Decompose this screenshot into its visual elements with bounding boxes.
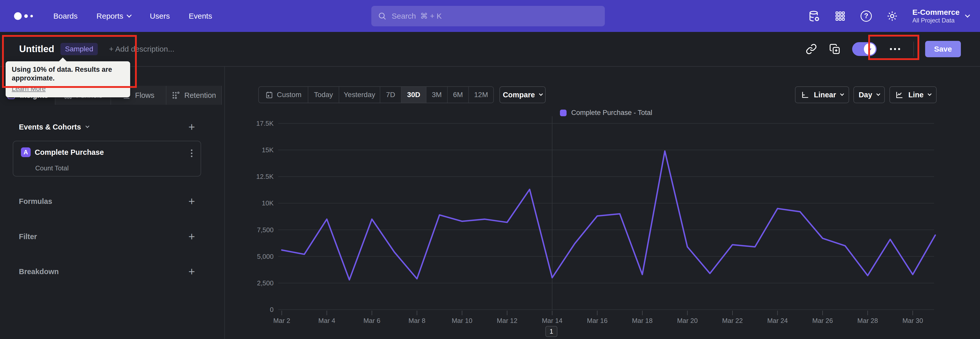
svg-text:7,500: 7,500 xyxy=(257,226,274,234)
add-description[interactable]: + Add description... xyxy=(109,45,174,53)
mixpanel-logo-icon[interactable] xyxy=(14,12,33,20)
series-letter-badge: A xyxy=(21,147,30,157)
lightning-bolt-icon xyxy=(866,46,873,52)
chevron-down-icon[interactable] xyxy=(86,124,89,128)
section-label: Filter xyxy=(19,232,37,241)
section-label: Formulas xyxy=(19,197,52,206)
query-sidebar: Insights Funnels Flows xyxy=(0,67,225,339)
top-navbar: Boards Reports Users Events xyxy=(0,0,980,32)
nav-item-reports[interactable]: Reports xyxy=(97,12,131,21)
svg-text:Mar 18: Mar 18 xyxy=(632,317,652,325)
svg-text:Mar 10: Mar 10 xyxy=(452,317,473,325)
insights-line-chart: 02,5005,0007,50010K12.5K15K17.5KMar 2Mar… xyxy=(224,67,980,339)
section-breakdown: Breakdown + xyxy=(19,266,195,277)
settings-gear-icon[interactable] xyxy=(886,10,898,22)
apps-grid-icon[interactable] xyxy=(834,10,846,22)
svg-text:15K: 15K xyxy=(262,146,274,154)
learn-more-link[interactable]: Learn More xyxy=(12,85,46,93)
sampling-tooltip: Using 10% of data. Results are approxima… xyxy=(6,61,130,98)
event-menu-icon[interactable] xyxy=(190,149,193,158)
chevron-down-icon xyxy=(965,13,970,18)
project-scope: All Project Data xyxy=(912,17,959,24)
chevron-down-icon xyxy=(127,13,132,18)
nav-item-label: Boards xyxy=(53,12,78,21)
nav-item-events[interactable]: Events xyxy=(189,12,212,21)
nav-item-label: Users xyxy=(150,12,170,21)
svg-text:Mar 14: Mar 14 xyxy=(542,317,563,325)
events-cohorts-label: Events & Cohorts xyxy=(19,123,81,131)
retention-icon xyxy=(172,91,180,100)
section-formulas: Formulas + xyxy=(19,196,195,207)
svg-text:10K: 10K xyxy=(262,199,274,207)
save-button[interactable]: Save xyxy=(925,41,961,57)
events-cohorts-header: Events & Cohorts + xyxy=(19,122,195,133)
share-link-icon[interactable] xyxy=(805,43,818,55)
insights-report-page: Boards Reports Users Events xyxy=(0,0,980,339)
svg-text:Mar 16: Mar 16 xyxy=(587,317,608,325)
svg-text:Mar 26: Mar 26 xyxy=(812,317,833,325)
nav-item-label: Reports xyxy=(97,12,123,21)
section-filter: Filter + xyxy=(19,231,195,242)
event-card[interactable]: A Complete Purchase Count Total xyxy=(13,141,201,176)
nav-item-boards[interactable]: Boards xyxy=(53,12,78,21)
divider xyxy=(913,42,914,56)
project-switcher[interactable]: E-Commerce All Project Data xyxy=(912,8,969,24)
svg-text:Mar 24: Mar 24 xyxy=(767,317,788,325)
sampled-badge[interactable]: Sampled xyxy=(60,43,98,55)
svg-text:5,000: 5,000 xyxy=(257,253,274,260)
svg-text:Mar 22: Mar 22 xyxy=(722,317,743,325)
svg-text:Mar 12: Mar 12 xyxy=(497,317,517,325)
pagination-page-button[interactable]: 1 xyxy=(546,326,557,337)
report-header: Untitled Sampled + Add description... xyxy=(0,32,980,67)
nav-links: Boards Reports Users Events xyxy=(53,12,212,21)
data-management-icon[interactable] xyxy=(808,10,820,22)
navbar-right: ? E-Commerce All Project Data xyxy=(808,0,969,32)
svg-text:Mar 8: Mar 8 xyxy=(409,317,425,325)
svg-text:12.5K: 12.5K xyxy=(256,173,274,181)
svg-text:2,500: 2,500 xyxy=(257,279,274,287)
svg-text:Mar 20: Mar 20 xyxy=(677,317,698,325)
global-search[interactable] xyxy=(371,6,605,26)
event-metric[interactable]: Count Total xyxy=(35,164,68,172)
add-formula-button[interactable]: + xyxy=(188,196,195,207)
search-input[interactable] xyxy=(392,12,598,21)
tooltip-text: Using 10% of data. Results are approxima… xyxy=(12,66,124,83)
svg-text:0: 0 xyxy=(270,306,274,313)
more-options-icon[interactable] xyxy=(888,46,902,52)
sampling-toggle[interactable] xyxy=(852,42,877,56)
report-title[interactable]: Untitled xyxy=(19,44,54,54)
section-label: Breakdown xyxy=(19,267,59,276)
tab-label: Retention xyxy=(184,91,216,100)
svg-text:Mar 2: Mar 2 xyxy=(273,317,290,325)
tab-label: Flows xyxy=(135,91,154,100)
add-filter-button[interactable]: + xyxy=(188,231,195,242)
add-to-board-icon[interactable] xyxy=(829,43,841,55)
svg-text:Mar 4: Mar 4 xyxy=(318,317,335,325)
event-name: Complete Purchase xyxy=(35,148,104,157)
add-event-button[interactable]: + xyxy=(188,122,195,133)
help-icon[interactable]: ? xyxy=(860,10,872,22)
svg-text:Mar 30: Mar 30 xyxy=(902,317,923,325)
add-breakdown-button[interactable]: + xyxy=(188,266,195,277)
svg-text:Mar 28: Mar 28 xyxy=(857,317,878,325)
nav-item-label: Events xyxy=(189,12,212,21)
tab-retention[interactable]: Retention xyxy=(166,86,222,105)
project-name: E-Commerce xyxy=(912,8,959,17)
search-icon xyxy=(378,11,387,21)
svg-text:Mar 6: Mar 6 xyxy=(363,317,380,325)
nav-item-users[interactable]: Users xyxy=(150,12,170,21)
svg-text:17.5K: 17.5K xyxy=(256,120,274,127)
header-actions: Save xyxy=(805,41,961,57)
